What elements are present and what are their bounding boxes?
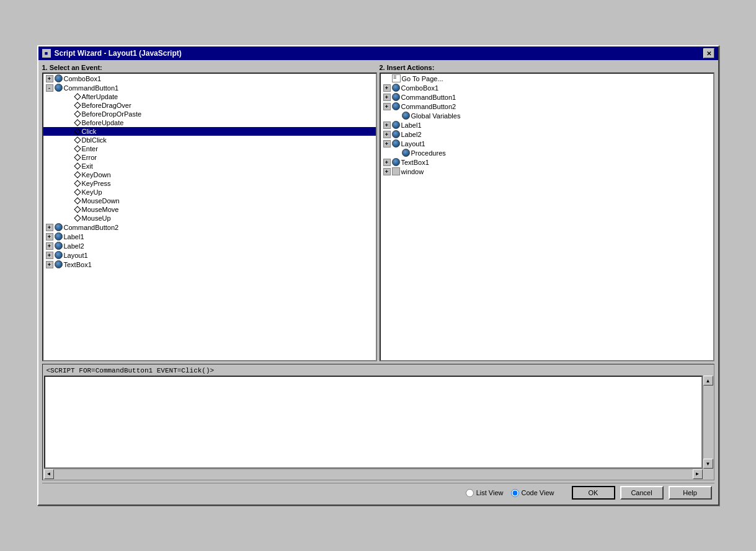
square-icon-window bbox=[392, 167, 400, 175]
expand-icon-commandbutton2-root[interactable]: + bbox=[46, 224, 53, 231]
globe-icon-label1-root bbox=[55, 232, 63, 240]
radio-listview-text: List View bbox=[476, 489, 504, 496]
node-label-textbox1-root: TextBox1 bbox=[64, 261, 92, 268]
expand-icon-label2-root[interactable]: + bbox=[46, 242, 53, 250]
tree-item-combobox1-2[interactable]: + ComboBox1 bbox=[381, 83, 713, 92]
tree-item-commandbutton2-root[interactable]: + CommandButton2 bbox=[43, 223, 376, 232]
expand-icon-textbox1-root[interactable]: + bbox=[46, 261, 53, 268]
radio-listview[interactable] bbox=[466, 489, 474, 497]
radio-codeview-label[interactable]: Code View bbox=[511, 489, 554, 497]
scroll-thumb bbox=[703, 386, 713, 459]
tree-item-procedures[interactable]: Procedures bbox=[381, 148, 713, 157]
expand-icon-layout1-2[interactable]: + bbox=[383, 140, 391, 148]
expand-icon-label2-2[interactable]: + bbox=[383, 131, 391, 138]
tree-item-keydown[interactable]: KeyDown bbox=[43, 170, 376, 179]
panel2-label: 2. Insert Actions: bbox=[380, 64, 714, 73]
expand-icon-label1-root[interactable]: + bbox=[46, 233, 53, 240]
app-icon: ■ bbox=[42, 49, 51, 58]
radio-codeview[interactable] bbox=[511, 489, 519, 497]
scroll-up-arrow[interactable]: ▲ bbox=[703, 376, 713, 386]
scroll-down-arrow[interactable]: ▼ bbox=[703, 459, 713, 469]
panel2-tree[interactable]: ☰ Go To Page...+ ComboBox1+ CommandButto… bbox=[380, 73, 714, 361]
tree-item-layout1-root[interactable]: + Layout1 bbox=[43, 250, 376, 260]
tree-item-combobox1-root[interactable]: + ComboBox1 bbox=[43, 74, 376, 83]
script-area: <SCRIPT FOR=CommandButton1 EVENT=Click()… bbox=[42, 364, 714, 480]
node-label-commandbutton2-2: CommandButton2 bbox=[401, 103, 456, 110]
expand-icon-window[interactable]: + bbox=[383, 168, 391, 175]
tree-item-label2-root[interactable]: + Label2 bbox=[43, 241, 376, 250]
expand-icon-combobox1-root[interactable]: + bbox=[46, 75, 53, 82]
tree-item-exit[interactable]: Exit bbox=[43, 162, 376, 170]
node-label-dblclick: DblClick bbox=[82, 136, 107, 144]
diamond-icon-beforedragover bbox=[74, 102, 81, 108]
tree-item-beforedropOrpaste[interactable]: BeforeDropOrPaste bbox=[43, 110, 376, 118]
diamond-icon-beforeupdate bbox=[74, 119, 81, 126]
diamond-icon-mousedown bbox=[74, 197, 81, 204]
node-label-beforeupdate: BeforeUpdate bbox=[82, 119, 124, 126]
tree-item-commandbutton1-root[interactable]: - CommandButton1 bbox=[43, 83, 376, 92]
expand-icon-commandbutton1-2[interactable]: + bbox=[383, 94, 391, 101]
title-bar: ■ Script Wizard - Layout1 (JavaScript) ✕ bbox=[38, 46, 718, 60]
expand-icon-label1-2[interactable]: + bbox=[383, 121, 391, 129]
globe-icon-layout1-2 bbox=[392, 139, 400, 148]
node-label-mousemove: MouseMove bbox=[82, 206, 119, 213]
radio-listview-label[interactable]: List View bbox=[466, 489, 504, 497]
tree-item-layout1-2[interactable]: + Layout1 bbox=[381, 139, 713, 148]
tree-item-keyup[interactable]: KeyUp bbox=[43, 188, 376, 196]
node-label-beforedropOrpaste: BeforeDropOrPaste bbox=[82, 110, 142, 118]
node-label-commandbutton1-2: CommandButton1 bbox=[401, 94, 456, 101]
globe-icon-commandbutton2-2 bbox=[392, 102, 400, 110]
tree-item-textbox1-root[interactable]: + TextBox1 bbox=[43, 260, 376, 269]
window-title: Script Wizard - Layout1 (JavaScript) bbox=[55, 49, 182, 58]
expand-icon-commandbutton2-2[interactable]: + bbox=[383, 103, 391, 110]
globe-icon-combobox1-root bbox=[55, 74, 63, 82]
globe-icon-commandbutton1-2 bbox=[392, 93, 400, 101]
tree-item-afterupdate[interactable]: AfterUpdate bbox=[43, 92, 376, 101]
code-editor[interactable] bbox=[44, 376, 703, 469]
node-label-label2-2: Label2 bbox=[401, 131, 422, 138]
tree-item-label1-root[interactable]: + Label1 bbox=[43, 232, 376, 241]
node-label-keydown: KeyDown bbox=[82, 171, 111, 179]
script-label: <SCRIPT FOR=CommandButton1 EVENT=Click()… bbox=[44, 366, 713, 376]
tree-item-gotopage[interactable]: ☰ Go To Page... bbox=[381, 74, 713, 83]
scroll-left-arrow[interactable]: ◄ bbox=[44, 469, 54, 479]
tree-item-globalvars[interactable]: Global Variables bbox=[381, 111, 713, 120]
tree-item-mouseup[interactable]: MouseUp bbox=[43, 214, 376, 223]
tree-item-click[interactable]: Click bbox=[43, 127, 376, 136]
scroll-right-arrow[interactable]: ► bbox=[693, 469, 703, 479]
node-label-label2-root: Label2 bbox=[64, 242, 84, 250]
tree-item-beforeupdate[interactable]: BeforeUpdate bbox=[43, 118, 376, 127]
tree-item-commandbutton2-2[interactable]: + CommandButton2 bbox=[381, 102, 713, 111]
node-label-enter: Enter bbox=[82, 145, 98, 152]
expand-icon-combobox1-2[interactable]: + bbox=[383, 84, 391, 92]
panel1-container: 1. Select an Event: + ComboBox1- Command… bbox=[42, 64, 377, 361]
tree-item-window[interactable]: + window bbox=[381, 167, 713, 176]
expand-icon-commandbutton1-root[interactable]: - bbox=[46, 84, 53, 92]
close-button[interactable]: ✕ bbox=[703, 48, 714, 58]
globe-icon-layout1-root bbox=[55, 251, 63, 259]
node-label-globalvars: Global Variables bbox=[411, 112, 461, 120]
ok-button[interactable]: OK bbox=[572, 486, 615, 500]
page-icon-gotopage: ☰ bbox=[392, 74, 401, 82]
diamond-icon-afterupdate bbox=[74, 93, 81, 100]
tree-item-label2-2[interactable]: + Label2 bbox=[381, 130, 713, 139]
tree-item-label1-2[interactable]: + Label1 bbox=[381, 120, 713, 130]
code-row: ▲ ▼ bbox=[44, 376, 713, 469]
tree-item-commandbutton1-2[interactable]: + CommandButton1 bbox=[381, 92, 713, 102]
panel1-tree[interactable]: + ComboBox1- CommandButton1 AfterUpdate … bbox=[42, 73, 377, 361]
cancel-button[interactable]: Cancel bbox=[620, 486, 664, 500]
tree-item-beforedragover[interactable]: BeforeDragOver bbox=[43, 101, 376, 110]
help-button[interactable]: Help bbox=[669, 486, 712, 500]
tree-item-enter[interactable]: Enter bbox=[43, 144, 376, 153]
expand-icon-textbox1-2[interactable]: + bbox=[383, 159, 391, 166]
tree-item-error[interactable]: Error bbox=[43, 153, 376, 162]
tree-item-dblclick[interactable]: DblClick bbox=[43, 136, 376, 144]
tree-item-mousedown[interactable]: MouseDown bbox=[43, 196, 376, 205]
node-label-combobox1-2: ComboBox1 bbox=[401, 84, 439, 92]
tree-item-textbox1-2[interactable]: + TextBox1 bbox=[381, 157, 713, 167]
tree-item-keypress[interactable]: KeyPress bbox=[43, 179, 376, 188]
expand-icon-layout1-root[interactable]: + bbox=[46, 252, 53, 259]
tree-item-mousemove[interactable]: MouseMove bbox=[43, 205, 376, 214]
node-label-label1-2: Label1 bbox=[401, 121, 422, 129]
diamond-icon-enter bbox=[74, 145, 81, 152]
